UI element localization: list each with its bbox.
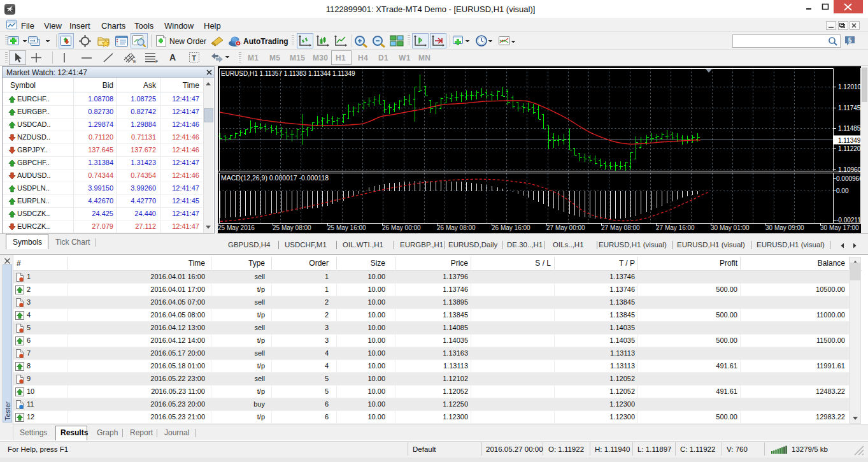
svg-text:25 May 16:00: 25 May 16:00 <box>327 224 366 231</box>
svg-text:0.00: 0.00 <box>836 187 849 194</box>
svg-text:EURUSD,H1 1.11357 1.11383 1.1: EURUSD,H1 1.11357 1.11383 1.11344 1.1134… <box>221 70 355 77</box>
svg-text:27 May 00:00: 27 May 00:00 <box>546 224 585 231</box>
svg-text:E: E <box>133 59 136 64</box>
svg-text:30 May 17:00: 30 May 17:00 <box>820 224 859 231</box>
svg-text:T: T <box>192 54 196 62</box>
svg-text:1.12010: 1.12010 <box>838 83 862 90</box>
svg-text:30 May 09:00: 30 May 09:00 <box>765 224 804 231</box>
svg-text:30 May 01:00: 30 May 01:00 <box>711 224 750 231</box>
svg-text:0.000966: 0.000966 <box>836 175 863 182</box>
svg-text:1.10960: 1.10960 <box>838 166 862 173</box>
svg-text:1.11220: 1.11220 <box>838 145 861 152</box>
svg-text:26 May 00:00: 26 May 00:00 <box>382 224 421 231</box>
svg-text:1.11485: 1.11485 <box>838 125 861 132</box>
svg-text:27 May 16:00: 27 May 16:00 <box>656 224 695 231</box>
svg-text:5: 5 <box>848 37 852 44</box>
svg-text:26 May 16:00: 26 May 16:00 <box>492 224 530 231</box>
svg-text:1.11349: 1.11349 <box>838 137 861 144</box>
svg-text:26 May 08:00: 26 May 08:00 <box>437 224 476 231</box>
svg-text:F: F <box>155 59 158 64</box>
svg-text:1.11745: 1.11745 <box>838 105 861 112</box>
svg-text:25 May 08:00: 25 May 08:00 <box>273 224 311 231</box>
svg-text:25 May 2016: 25 May 2016 <box>218 224 255 231</box>
svg-text:27 May 08:00: 27 May 08:00 <box>601 224 640 231</box>
svg-text:MACD(12,26,9) 0.000017 -0.0001: MACD(12,26,9) 0.000017 -0.000118 <box>221 174 329 182</box>
